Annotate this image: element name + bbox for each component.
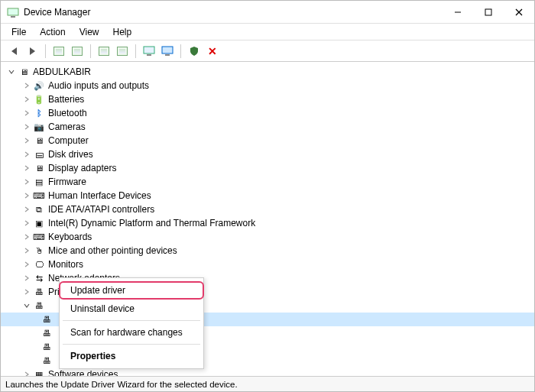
chevron-right-icon[interactable] (22, 122, 31, 131)
svg-rect-6 (144, 47, 154, 53)
device-category[interactable]: 🔊Audio inputs and outputs (1, 79, 534, 92)
device-category[interactable]: 🖴Disk drives (1, 147, 534, 161)
toolbar-separator (45, 44, 46, 58)
device-category-label: Human Interface Devices (48, 190, 151, 201)
toolbar-uninstall-button[interactable]: ✕ (204, 43, 221, 60)
toolbar-properties-button[interactable] (50, 43, 67, 60)
arrow-right-icon (30, 47, 35, 55)
device-category-icon: 🖵 (33, 258, 45, 271)
device-category-icon: 🖶 (33, 286, 45, 298)
chevron-right-icon[interactable] (22, 246, 31, 255)
context-scan-hardware[interactable]: Scan for hardware changes (60, 323, 203, 342)
chevron-right-icon[interactable] (22, 260, 31, 269)
chevron-down-icon[interactable] (7, 67, 16, 76)
chevron-right-icon[interactable] (22, 232, 31, 241)
titlebar: Device Manager (1, 1, 534, 24)
content-area: 🖥 ABDULKABIR 🔊Audio inputs and outputs🔋B… (1, 62, 534, 376)
status-bar: Launches the Update Driver Wizard for th… (1, 376, 534, 391)
shield-icon (189, 46, 199, 57)
toolbar-separator (180, 44, 181, 58)
chevron-down-icon[interactable] (22, 301, 31, 310)
close-button[interactable] (504, 1, 534, 24)
device-category-label: Audio inputs and outputs (48, 80, 149, 91)
device-category-icon: 📷 (33, 121, 45, 133)
device-category-icon: ⧉ (33, 203, 45, 215)
device-category-icon: ▣ (33, 217, 45, 229)
toolbar-scan-button[interactable] (96, 43, 112, 60)
device-category-label: Firmware (48, 177, 86, 187)
context-uninstall-device[interactable]: Uninstall device (60, 300, 203, 318)
device-category[interactable]: ⌨Human Interface Devices (1, 189, 534, 202)
toolbar-monitor-button[interactable] (141, 43, 157, 60)
chevron-right-icon[interactable] (22, 81, 31, 90)
toolbar-help-button[interactable] (69, 43, 86, 60)
device-category-icon: 🖴 (33, 148, 45, 160)
maximize-button[interactable] (473, 1, 504, 24)
context-menu: Update driver Uninstall device Scan for … (59, 277, 204, 369)
device-category[interactable]: ⧉IDE ATA/ATAPI controllers (1, 202, 534, 216)
device-category[interactable]: ᛒBluetooth (1, 106, 534, 120)
toolbar-display-button[interactable] (159, 43, 176, 60)
chevron-right-icon[interactable] (22, 164, 31, 173)
context-properties[interactable]: Properties (60, 347, 203, 365)
menu-view[interactable]: View (73, 25, 105, 39)
menu-help[interactable]: Help (107, 25, 138, 39)
printer-icon: 🖶 (41, 313, 53, 326)
chevron-right-icon[interactable] (22, 370, 31, 376)
toolbar-update-button[interactable] (114, 43, 131, 60)
device-category[interactable]: ⌨Keyboards (1, 230, 534, 244)
toolbar-forward-button[interactable] (24, 43, 41, 60)
device-category-label: Mice and other pointing devices (48, 245, 177, 256)
device-category[interactable]: 🖥Computer (1, 134, 534, 147)
device-category[interactable]: 🖥Display adapters (1, 161, 534, 175)
minimize-button[interactable] (443, 1, 473, 24)
device-category-icon: 🔋 (33, 93, 45, 105)
device-category-icon: ▤ (33, 176, 45, 188)
chevron-right-icon[interactable] (22, 219, 31, 228)
menu-action[interactable]: Action (34, 25, 71, 39)
svg-rect-0 (8, 8, 18, 15)
chevron-right-icon[interactable] (22, 109, 31, 118)
device-category-label: Bluetooth (48, 108, 87, 118)
chevron-right-icon[interactable] (22, 287, 31, 296)
device-category-label: Monitors (48, 259, 83, 270)
scan-icon (99, 47, 109, 56)
chevron-right-icon[interactable] (22, 205, 31, 214)
device-category-label: Keyboards (48, 232, 92, 242)
device-category-label: Disk drives (48, 149, 93, 160)
device-manager-window: Device Manager File Action View Help ✕ (0, 0, 535, 392)
chevron-right-icon[interactable] (22, 274, 31, 283)
menu-file[interactable]: File (5, 25, 32, 39)
device-category-label: Software devices (48, 369, 118, 376)
root-label: ABDULKABIR (33, 66, 91, 77)
device-category-icon: ▦ (33, 368, 45, 376)
chevron-right-icon[interactable] (22, 95, 31, 104)
menubar: File Action View Help (1, 24, 534, 40)
device-tree[interactable]: 🖥 ABDULKABIR 🔊Audio inputs and outputs🔋B… (1, 62, 534, 376)
device-category-icon: ᛒ (33, 107, 45, 119)
toolbar-back-button[interactable] (5, 43, 22, 60)
close-x-icon: ✕ (208, 45, 217, 57)
device-category-icon: 🖱 (33, 245, 45, 257)
context-update-driver[interactable]: Update driver (59, 281, 204, 300)
update-icon (117, 47, 128, 56)
device-category[interactable]: ▣Intel(R) Dynamic Platform and Thermal F… (1, 216, 534, 230)
toolbar-separator (90, 44, 91, 58)
chevron-right-icon[interactable] (22, 191, 31, 200)
window-title: Device Manager (24, 7, 90, 18)
device-category[interactable]: 📷Cameras (1, 120, 534, 134)
svg-rect-8 (162, 47, 173, 53)
chevron-right-icon[interactable] (22, 177, 31, 186)
device-category[interactable]: 🖵Monitors (1, 258, 534, 271)
help-icon (72, 47, 83, 56)
device-category-label: Batteries (48, 94, 84, 105)
chevron-right-icon[interactable] (22, 136, 31, 145)
device-category[interactable]: ▤Firmware (1, 175, 534, 189)
device-category[interactable]: 🔋Batteries (1, 92, 534, 106)
computer-icon: 🖥 (18, 66, 30, 78)
svg-rect-7 (147, 54, 151, 56)
device-category[interactable]: 🖱Mice and other pointing devices (1, 244, 534, 258)
chevron-right-icon[interactable] (22, 150, 31, 159)
toolbar-shield-button[interactable] (186, 43, 203, 60)
svg-rect-9 (165, 54, 170, 56)
